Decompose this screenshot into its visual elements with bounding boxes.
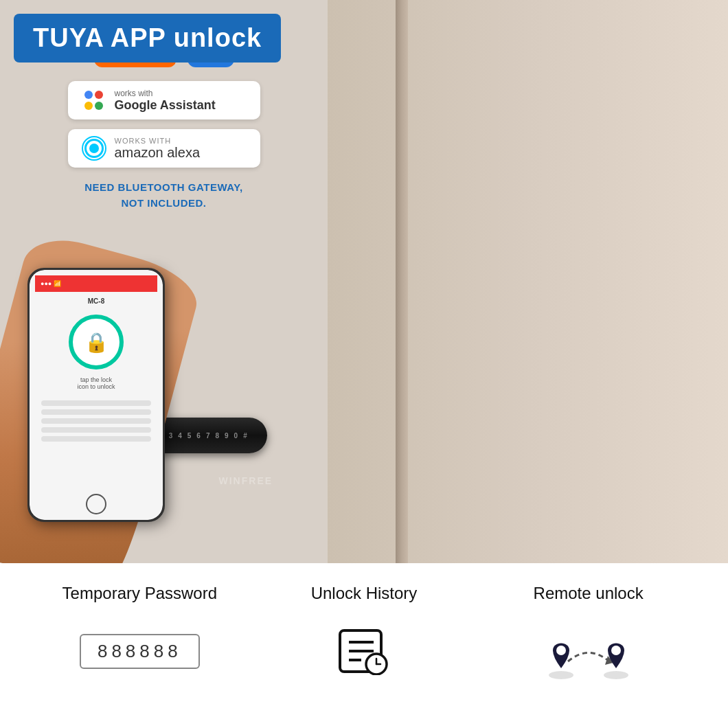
svg-point-11 xyxy=(611,646,621,655)
svg-point-8 xyxy=(556,646,566,655)
bluetooth-notice-line1: NEED BLUETOOTH GATEWAY, xyxy=(84,181,242,193)
google-dot-red xyxy=(95,91,103,99)
password-display: 888888 xyxy=(80,634,200,669)
remote-unlock-title: Remote unlock xyxy=(534,584,644,603)
unlock-history-title: Unlock History xyxy=(311,584,418,603)
temporary-password-title: Temporary Password xyxy=(62,584,217,603)
google-dot-green xyxy=(95,102,103,110)
main-container: TUYA APP unlock ●●● 📶 MC-8 🔒 tap the loc… xyxy=(0,0,728,728)
google-dot-blue xyxy=(84,91,93,99)
phone-menu-line-3 xyxy=(41,418,151,424)
tuya-banner-text: TUYA APP unlock xyxy=(33,23,262,52)
alexa-inner-circle xyxy=(89,144,99,153)
amazon-alexa-badge: WORKS WITH amazon alexa xyxy=(68,129,260,168)
keypad-num-0: 0 xyxy=(234,432,238,440)
phone-unlock-text: tap the lockicon to unlock xyxy=(77,376,115,390)
remote-unlock-icon xyxy=(541,620,637,682)
alexa-badge-text: WORKS WITH amazon alexa xyxy=(115,137,201,161)
tuya-banner: TUYA APP unlock xyxy=(14,14,281,62)
phone-lock-icon: 🔒 xyxy=(84,331,109,354)
phone-menu-line-4 xyxy=(41,427,151,433)
history-icon xyxy=(337,627,391,675)
remote-unlock-icon-area xyxy=(488,617,690,685)
google-assistant-badge: works with Google Assistant xyxy=(68,81,260,120)
google-icon xyxy=(82,88,106,113)
alexa-name: amazon alexa xyxy=(115,145,201,161)
bottom-section: Temporary Password 888888 Unlock History xyxy=(0,563,728,728)
phone-top-bar: ●●● 📶 xyxy=(35,275,157,292)
alexa-ring xyxy=(84,139,104,158)
phone-menu-line-2 xyxy=(41,409,151,415)
keypad-num-9: 9 xyxy=(225,432,229,440)
phone-mockup: ●●● 📶 MC-8 🔒 tap the lockicon to unlock xyxy=(27,268,165,522)
phone-status: ●●● 📶 xyxy=(41,280,61,287)
bluetooth-notice: NEED BLUETOOTH GATEWAY, NOT INCLUDED. xyxy=(84,180,242,211)
bluetooth-notice-line2: NOT INCLUDED. xyxy=(121,197,206,209)
feature-unlock-history: Unlock History xyxy=(263,584,465,685)
phone-app-title: MC-8 xyxy=(88,297,104,305)
alexa-icon xyxy=(82,136,106,161)
google-dots xyxy=(84,91,104,110)
phone-menu-line-5 xyxy=(41,436,151,442)
google-assistant-name: Google Assistant xyxy=(115,98,216,113)
keypad-num-8: 8 xyxy=(215,432,219,440)
top-section: TUYA APP unlock ●●● 📶 MC-8 🔒 tap the loc… xyxy=(0,0,728,563)
door-edge xyxy=(396,0,408,563)
svg-point-7 xyxy=(549,671,573,679)
phone-menu-line-1 xyxy=(41,400,151,406)
door-background xyxy=(328,0,728,563)
winfree-brand: WINFREE xyxy=(219,475,273,486)
keypad-num-7: 7 xyxy=(206,432,210,440)
hand-area: ●●● 📶 MC-8 🔒 tap the lockicon to unlock xyxy=(0,220,206,563)
google-badge-text: works with Google Assistant xyxy=(115,89,216,113)
phone-home-button xyxy=(86,494,106,514)
feature-remote-unlock: Remote unlock xyxy=(488,584,690,685)
alexa-works-with: WORKS WITH xyxy=(115,137,201,145)
temporary-password-icon-area: 888888 xyxy=(38,617,240,685)
google-dot-yellow xyxy=(84,102,93,110)
feature-temporary-password: Temporary Password 888888 xyxy=(38,584,240,685)
phone-screen: ●●● 📶 MC-8 🔒 tap the lockicon to unlock xyxy=(30,270,163,520)
svg-point-10 xyxy=(604,671,628,679)
phone-menu-lines xyxy=(41,397,151,445)
phone-lock-circle: 🔒 xyxy=(69,315,124,369)
google-works-with: works with xyxy=(115,89,216,98)
keypad-hash: # xyxy=(243,432,247,440)
unlock-history-icon-area xyxy=(263,617,465,685)
